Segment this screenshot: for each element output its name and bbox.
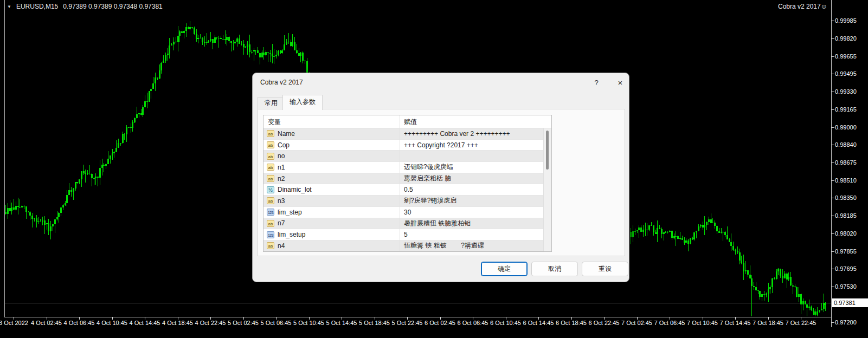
param-row-lim_step[interactable]: 123lim_step30 xyxy=(263,207,551,218)
param-row-n1[interactable]: abn1迈钿睇?镟虎戾蝠 xyxy=(263,162,551,173)
string-param-icon: ab xyxy=(267,220,274,227)
param-value[interactable]: 迈钿睇?镟虎戾蝠 xyxy=(400,162,551,172)
param-name: abn3 xyxy=(263,197,400,205)
param-name: abn2 xyxy=(263,175,400,183)
tab-common[interactable]: 常用 xyxy=(258,97,285,109)
param-row-no[interactable]: abno xyxy=(263,151,551,162)
column-header-variable: 变量 xyxy=(263,115,400,128)
param-name: abName xyxy=(263,130,400,138)
string-param-icon: ab xyxy=(267,175,274,182)
string-param-icon: ab xyxy=(267,197,274,204)
param-name-label: n2 xyxy=(278,175,285,183)
param-value[interactable]: +++++++++ Cobra ver 2 +++++++++ xyxy=(400,130,551,138)
table-scrollbar[interactable] xyxy=(543,128,551,251)
chart-window: ▼ EURUSD,M15 0.97389 0.97389 0.97348 0.9… xyxy=(0,0,868,338)
param-name-label: Cop xyxy=(278,141,290,149)
param-name-label: n3 xyxy=(278,197,285,205)
param-value[interactable]: 30 xyxy=(400,209,551,216)
ok-button[interactable]: 确定 xyxy=(481,262,528,276)
param-name-label: n7 xyxy=(278,219,285,227)
column-header-value: 赋值 xyxy=(400,115,551,128)
param-row-lim_setup[interactable]: 123lim_setup5 xyxy=(263,229,551,240)
param-name: ½Dinamic_lot xyxy=(263,186,400,193)
param-row-n3[interactable]: abn3剜?戾驿?铕溴虎启 xyxy=(263,196,551,207)
table-header-row: 变量 赋值 xyxy=(263,115,551,128)
param-value[interactable]: 剜?戾驿?铕溴虎启 xyxy=(400,196,551,205)
param-name: 123lim_setup xyxy=(263,231,400,238)
param-row-n4[interactable]: abn4悟糖篝 铗 粗铍 ?耩遴磲 xyxy=(263,240,551,252)
param-name-label: n4 xyxy=(278,242,285,250)
current-price-tag: 0.97381 xyxy=(832,298,868,307)
param-name-label: Name xyxy=(278,130,295,138)
double-param-icon: ½ xyxy=(267,186,274,193)
param-value[interactable]: 0.5 xyxy=(400,186,551,193)
string-param-icon: ab xyxy=(267,164,274,171)
param-name: abn7 xyxy=(263,219,400,227)
param-name: abno xyxy=(263,152,400,160)
close-icon[interactable]: × xyxy=(614,77,627,88)
param-name: abn4 xyxy=(263,242,400,250)
param-row-n7[interactable]: abn7暑腓廉糟忸 铁腩雅柏钼 xyxy=(263,218,551,230)
param-row-Cop[interactable]: abCop+++ Copyright ?2017 +++ xyxy=(263,140,551,151)
tab-inputs[interactable]: 输入参数 xyxy=(282,95,323,110)
ea-properties-dialog: Cobra v2 2017 ? × 常用 输入参数 变量 赋值 abName++… xyxy=(252,73,629,282)
string-param-icon: ab xyxy=(267,130,274,137)
parameters-table: 变量 赋值 abName+++++++++ Cobra ver 2 ++++++… xyxy=(263,115,552,252)
string-param-icon: ab xyxy=(267,141,274,148)
cancel-button[interactable]: 取消 xyxy=(531,262,578,276)
param-row-Dinamic_lot[interactable]: ½Dinamic_lot0.5 xyxy=(263,184,551,196)
param-name: abn1 xyxy=(263,164,400,171)
param-value[interactable]: 5 xyxy=(400,231,551,238)
scrollbar-thumb[interactable] xyxy=(546,131,549,170)
param-name-label: lim_setup xyxy=(278,231,305,238)
string-param-icon: ab xyxy=(267,242,274,249)
reset-button[interactable]: 重设 xyxy=(582,262,628,276)
integer-param-icon: 123 xyxy=(267,231,274,238)
param-row-Name[interactable]: abName+++++++++ Cobra ver 2 +++++++++ xyxy=(263,128,551,140)
param-name: 123lim_step xyxy=(263,209,400,216)
string-param-icon: ab xyxy=(267,153,274,160)
param-value[interactable]: 暑腓廉糟忸 铁腩雅柏钼 xyxy=(400,219,551,228)
integer-param-icon: 123 xyxy=(267,209,274,216)
param-name-label: no xyxy=(278,152,285,160)
param-value[interactable]: 悟糖篝 铗 粗铍 ?耩遴磲 xyxy=(400,241,551,250)
help-button[interactable]: ? xyxy=(590,77,603,88)
param-value[interactable]: +++ Copyright ?2017 +++ xyxy=(400,141,551,149)
param-value[interactable]: 蔫磬启栾粗栝 腩 xyxy=(400,174,551,183)
dialog-title: Cobra v2 2017 xyxy=(260,73,303,92)
param-name-label: Dinamic_lot xyxy=(278,186,312,193)
column-separator xyxy=(400,115,400,251)
param-name: abCop xyxy=(263,141,400,149)
param-name-label: lim_step xyxy=(278,209,302,216)
table-body: abName+++++++++ Cobra ver 2 +++++++++abC… xyxy=(263,128,551,252)
param-row-n2[interactable]: abn2蔫磬启栾粗栝 腩 xyxy=(263,173,551,185)
param-name-label: n1 xyxy=(278,164,285,171)
